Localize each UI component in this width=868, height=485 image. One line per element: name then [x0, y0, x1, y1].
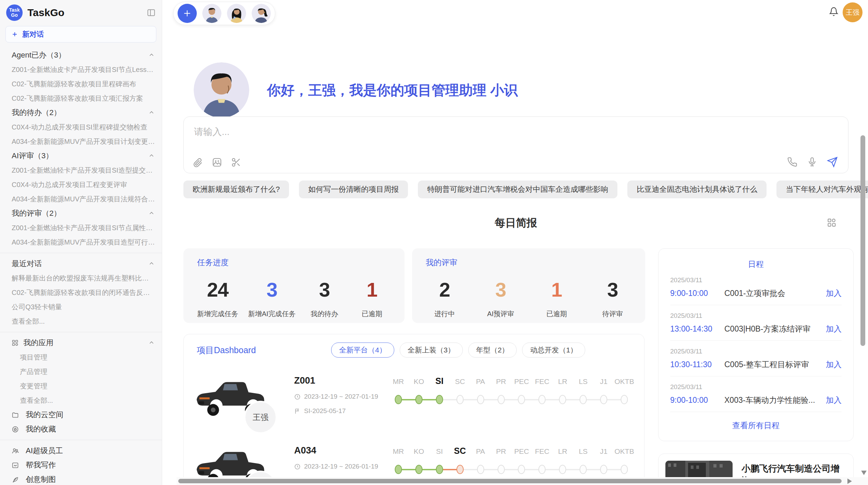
chevron-up-icon[interactable]	[148, 210, 155, 217]
dashboard-header: 项目Dashboard 全新平台（4） 全新上装（3） 年型（2） 动总开发（1…	[191, 343, 635, 358]
image-upload-icon[interactable]	[212, 157, 222, 167]
suggestion-chip[interactable]: 如何写一份清晰的项目周报	[299, 181, 408, 198]
sidebar-item-creative-drawing[interactable]: 创意制图	[0, 472, 162, 485]
vertical-scrollbar-thumb[interactable]	[860, 135, 865, 346]
project-owner-avatar: 王强	[244, 401, 277, 434]
chevron-up-icon[interactable]	[148, 109, 155, 116]
tab-model-year[interactable]: 年型（2）	[468, 343, 517, 358]
taskgo-logo: Task Go	[6, 4, 23, 21]
sidebar-item-view-all[interactable]: 查看全部...	[0, 314, 162, 328]
section-ai-review[interactable]: AI评审（3）	[0, 149, 162, 163]
phone-call-icon[interactable]	[787, 157, 797, 167]
scissors-icon[interactable]	[231, 157, 241, 167]
chat-input[interactable]: 请输入...	[194, 126, 838, 138]
new-chat-button[interactable]: 新对话	[5, 26, 156, 42]
milestone-dot	[621, 465, 628, 474]
agent-avatar[interactable]	[227, 4, 246, 23]
suggestion-chip[interactable]: 特朗普可能对进口汽车增税会对中国车企造成哪些影响	[418, 181, 617, 198]
sidebar-item-app[interactable]: 变更管理	[0, 379, 162, 393]
chevron-up-icon[interactable]	[148, 52, 155, 59]
project-row[interactable]: 王强 Z001 2023-12-19 ~ 2027-01-19 SI-2025-…	[191, 375, 635, 421]
tab-all-new-platform[interactable]: 全新平台（4）	[331, 343, 394, 358]
chevron-up-icon[interactable]	[148, 339, 155, 346]
milestone-node-oktb[interactable]	[614, 464, 635, 475]
microphone-icon[interactable]	[807, 157, 817, 167]
logo-text-bottom: Go	[11, 13, 17, 18]
horizontal-scrollbar-thumb[interactable]	[178, 479, 842, 483]
sidebar-item-help-me-write[interactable]: 帮我写作	[0, 458, 162, 472]
scroll-right-arrow[interactable]	[847, 478, 852, 484]
suggestion-chip[interactable]: 欧洲新规最近颁布了什么?	[183, 181, 289, 198]
section-agent-done[interactable]: Agent已办（3）	[0, 48, 162, 62]
join-link[interactable]: 加入	[826, 324, 842, 334]
sidebar-item[interactable]: C02-飞腾新能源轻客改款项目立项汇报方案	[0, 91, 162, 105]
sidebar-item-favorites[interactable]: 我的收藏	[0, 422, 162, 436]
attachment-icon[interactable]	[193, 157, 203, 167]
schedule-date: 2025/03/11	[670, 276, 842, 284]
sidebar-item[interactable]: C02-飞腾新能源轻客改款项目里程碑画布	[0, 77, 162, 91]
sidebar-item[interactable]: C0X4-动力总成开发项目SI里程碑提交物检查	[0, 120, 162, 134]
agent-avatar[interactable]	[202, 4, 221, 23]
schedule-event-title: C005-整车工程目标评审	[724, 359, 821, 370]
sidebar-item-ai-super-staff[interactable]: AI超级员工	[0, 444, 162, 458]
suggestion-chip[interactable]: 比亚迪全固态电池计划具体说了什么	[627, 181, 767, 198]
app-title: TaskGo	[27, 7, 147, 18]
sidebar-item[interactable]: C0X4-动力总成开发项目工程变更评审	[0, 177, 162, 192]
stat: 3 我的待办	[305, 278, 343, 319]
join-link[interactable]: 加入	[826, 359, 842, 370]
section-recent-chats[interactable]: 最近对话	[0, 257, 162, 271]
tab-powertrain-dev[interactable]: 动总开发（1）	[522, 343, 585, 358]
sidebar-item[interactable]: Z001-全新燃油皮卡产品开发项目SI节点Lesson Learn报告	[0, 62, 162, 77]
collapse-panel-icon[interactable]	[147, 8, 156, 17]
chevron-up-icon[interactable]	[148, 260, 155, 267]
sidebar-item[interactable]: 公司Q3轻卡销量	[0, 300, 162, 314]
chat-input-card[interactable]: 请输入...	[183, 116, 848, 173]
sidebar-item[interactable]: A034-全新新能源MUV产品开发项目法规符合性评审	[0, 192, 162, 206]
sidebar-item[interactable]: A034-全新新能源MUV产品开发项目造型可行性评审	[0, 235, 162, 249]
sidebar-item[interactable]: A034-全新新能源MUV产品开发项目计划变更表编写	[0, 134, 162, 149]
layout-grid-icon[interactable]	[827, 218, 836, 227]
divider	[0, 332, 162, 332]
send-icon[interactable]	[827, 157, 838, 167]
section-my-review[interactable]: 我的评审（2）	[0, 206, 162, 221]
schedule-time: 13:00-14:30	[670, 324, 724, 334]
sidebar-item[interactable]: Z001-全新燃油轻卡产品开发项目SI节点属性5D文件评审	[0, 221, 162, 235]
chevron-up-icon[interactable]	[148, 152, 155, 159]
sidebar-item-view-all[interactable]: 查看全部...	[0, 393, 162, 408]
milestone-label-pec: PEC	[511, 377, 532, 386]
section-my-todo[interactable]: 我的待办（2）	[0, 105, 162, 120]
sidebar-item-label: 创意制图	[26, 472, 56, 485]
join-link[interactable]: 加入	[826, 395, 842, 406]
new-chat-label: 新对话	[22, 29, 44, 39]
stat-value: 1	[353, 278, 391, 301]
agent-avatar[interactable]	[252, 4, 271, 23]
suggestion-chip[interactable]: 当下年轻人对汽车外观有怎样的喜好趋势	[776, 181, 868, 198]
stat-value: 3	[305, 278, 343, 301]
folder-icon	[12, 411, 19, 419]
tab-all-new-body[interactable]: 全新上装（3）	[400, 343, 463, 358]
suggestion-chips: 欧洲新规最近颁布了什么? 如何写一份清晰的项目周报 特朗普可能对进口汽车增税会对…	[183, 181, 855, 198]
sidebar-item[interactable]: C02-飞腾新能源轻客改款项目的闭环通告反馈情况	[0, 285, 162, 300]
section-my-apps[interactable]: 我的应用	[0, 336, 162, 350]
schedule-time: 9:00-10:00	[670, 396, 724, 405]
sidebar-item-app[interactable]: 项目管理	[0, 350, 162, 364]
sidebar-item-app[interactable]: 产品管理	[0, 364, 162, 379]
sidebar-item-cloud-space[interactable]: 我的云空间	[0, 408, 162, 422]
view-all-schedule-link[interactable]: 查看所有日程	[670, 420, 842, 431]
add-agent-button[interactable]	[178, 4, 197, 23]
schedule-event-title: C001-立项审批会	[724, 288, 821, 299]
flag-icon	[294, 408, 301, 414]
sidebar-item[interactable]: 解释最新出台的欧盟报废车法规再生塑料比例被调至15%...	[0, 271, 162, 285]
join-link[interactable]: 加入	[826, 288, 842, 299]
stat-label: 进行中	[426, 309, 463, 319]
milestone-node-oktb[interactable]	[614, 394, 635, 405]
sidebar-item[interactable]: Z001-全新燃油轻卡产品开发项目SI造型提交物评审	[0, 163, 162, 177]
schedule-event-title: C003|H0B-方案冻结评审	[724, 324, 821, 334]
divider	[0, 440, 162, 440]
user-avatar[interactable]: 王强	[843, 2, 863, 22]
card-title: 我的评审	[426, 257, 631, 268]
milestone-dot	[539, 465, 546, 474]
scroll-down-arrow[interactable]	[861, 471, 867, 475]
stat-value: 24	[197, 278, 238, 301]
notification-bell-icon[interactable]	[829, 7, 839, 16]
